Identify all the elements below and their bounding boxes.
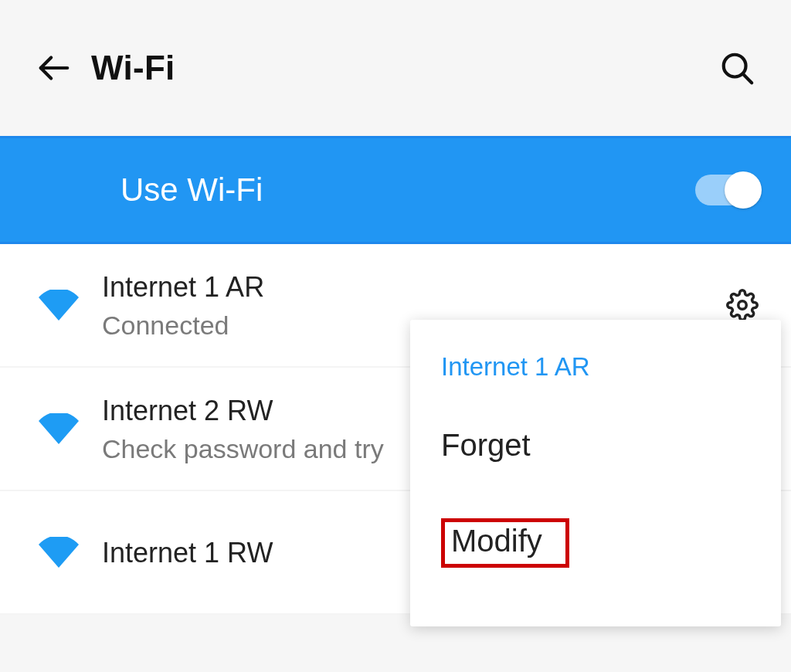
wifi-settings-screen: Wi-Fi Use Wi-Fi Internet 1 AR Connected bbox=[0, 0, 791, 672]
header: Wi-Fi bbox=[0, 0, 791, 136]
svg-line-2 bbox=[743, 74, 752, 83]
toggle-knob bbox=[725, 171, 762, 209]
context-menu-forget[interactable]: Forget bbox=[410, 400, 781, 490]
back-button[interactable] bbox=[31, 45, 77, 91]
context-menu-item-label: Modify bbox=[441, 518, 569, 568]
back-arrow-icon bbox=[36, 50, 72, 86]
use-wifi-row[interactable]: Use Wi-Fi bbox=[0, 136, 791, 244]
page-title: Wi-Fi bbox=[91, 49, 175, 87]
wifi-signal-icon bbox=[34, 290, 83, 321]
search-icon bbox=[719, 50, 755, 86]
context-menu-item-label: Forget bbox=[441, 428, 531, 463]
context-menu-title: Internet 1 AR bbox=[410, 343, 781, 400]
network-ssid: Internet 1 AR bbox=[102, 270, 721, 304]
svg-point-3 bbox=[738, 301, 747, 310]
gear-icon bbox=[726, 289, 759, 321]
network-context-menu: Internet 1 AR Forget Modify bbox=[410, 320, 781, 626]
use-wifi-toggle[interactable] bbox=[695, 175, 760, 205]
wifi-signal-icon bbox=[34, 537, 83, 568]
use-wifi-label: Use Wi-Fi bbox=[121, 171, 263, 209]
search-button[interactable] bbox=[714, 45, 760, 91]
wifi-signal-icon bbox=[34, 413, 83, 444]
context-menu-modify[interactable]: Modify bbox=[410, 490, 781, 596]
